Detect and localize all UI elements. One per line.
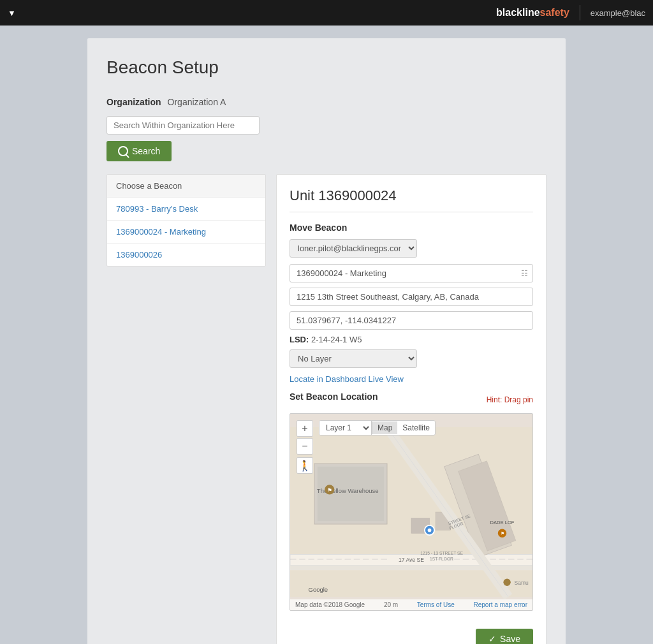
svg-text:⚑: ⚑ xyxy=(327,487,332,494)
zoom-out-button[interactable]: − xyxy=(297,438,313,455)
svg-point-28 xyxy=(503,579,510,586)
map-layer-select[interactable]: Layer 1 No Layer xyxy=(319,421,372,435)
user-email: example@blac xyxy=(591,8,645,18)
lsd-value: 2-14-24-1 W5 xyxy=(311,335,362,344)
main-background: Beacon Setup Organization Organization A… xyxy=(0,26,653,644)
report-map-error-link[interactable]: Report a map error xyxy=(474,601,527,608)
map-layer-control: Layer 1 No Layer Map Satellite xyxy=(319,420,436,435)
address-field[interactable] xyxy=(290,288,533,306)
search-input[interactable] xyxy=(106,116,260,135)
svg-text:17 Ave SE: 17 Ave SE xyxy=(399,557,424,563)
organization-label: Organization xyxy=(106,97,161,107)
save-button-label: Save xyxy=(500,634,520,644)
save-actions: ✓ Save xyxy=(290,620,533,644)
lsd-label: LSD: xyxy=(290,335,309,344)
search-button-label: Search xyxy=(132,146,160,156)
brand-logo: blacklinesafety xyxy=(496,7,569,18)
brand-safety: safety xyxy=(540,7,569,18)
top-navigation-bar: ▼ blacklinesafety example@blac xyxy=(0,0,653,26)
edit-icon[interactable]: ☷ xyxy=(521,269,528,278)
map-footer: Map data ©2018 Google 20 m Terms of Use … xyxy=(290,599,532,610)
terms-of-use-link[interactable]: Terms of Use xyxy=(417,601,455,608)
beacon-list-header: Choose a Beacon xyxy=(107,175,265,198)
save-button[interactable]: ✓ Save xyxy=(476,629,533,644)
map-svg: 17 Ave SE The Yellow Warehouse ⚑ D xyxy=(290,414,532,610)
map-scale: 20 m xyxy=(384,601,398,608)
person-icon-symbol: 🚶 xyxy=(298,460,311,472)
svg-text:1215 - 13 STREET SE: 1215 - 13 STREET SE xyxy=(420,551,463,555)
topbar-right: blacklinesafety example@blac xyxy=(496,5,645,20)
header-divider xyxy=(580,5,580,20)
list-item[interactable]: 1369000024 - Marketing xyxy=(107,221,265,244)
page-card: Beacon Setup Organization Organization A… xyxy=(87,38,566,644)
content-columns: Choose a Beacon 780993 - Barry's Desk 13… xyxy=(106,174,547,644)
set-beacon-location-label: Set Beacon Location xyxy=(290,392,378,402)
svg-text:DADE LOF: DADE LOF xyxy=(490,520,515,525)
map-type-map-button[interactable]: Map xyxy=(372,421,397,434)
layer-select[interactable]: No Layer Layer 1 Layer 2 xyxy=(290,349,417,368)
coordinates-field[interactable] xyxy=(290,311,533,330)
organization-value: Organization A xyxy=(168,97,226,107)
svg-rect-2 xyxy=(290,566,532,571)
unit-detail-panel: Unit 1369000024 Move Beacon loner.pilot@… xyxy=(276,174,547,644)
page-title: Beacon Setup xyxy=(106,57,547,78)
search-icon xyxy=(118,146,128,156)
locate-dashboard-link[interactable]: Locate in Dashboard Live View xyxy=(290,374,533,384)
pegman-icon[interactable]: 🚶 xyxy=(297,457,313,474)
beacon-list-panel: Choose a Beacon 780993 - Barry's Desk 13… xyxy=(106,174,266,267)
search-button[interactable]: Search xyxy=(106,141,172,161)
unit-name-field[interactable] xyxy=(290,264,533,282)
list-item[interactable]: 1369000026 xyxy=(107,244,265,266)
svg-point-18 xyxy=(428,529,432,532)
svg-text:⚑: ⚑ xyxy=(501,531,504,536)
map-type-satellite-button[interactable]: Satellite xyxy=(397,421,435,434)
unit-name-field-container: ☷ xyxy=(290,264,533,282)
unit-title: Unit 1369000024 xyxy=(290,187,533,212)
map-container[interactable]: 17 Ave SE The Yellow Warehouse ⚑ D xyxy=(290,413,533,611)
move-beacon-label: Move Beacon xyxy=(290,223,533,233)
dropdown-arrow-icon[interactable]: ▼ xyxy=(8,8,16,18)
map-data-text: Map data ©2018 Google xyxy=(295,601,365,608)
brand-name: blackline xyxy=(496,7,539,18)
svg-text:Samu: Samu xyxy=(515,580,529,586)
lsd-row: LSD: 2-14-24-1 W5 xyxy=(290,335,533,344)
zoom-in-button[interactable]: + xyxy=(297,420,313,437)
hint-text: Hint: Drag pin xyxy=(487,395,533,404)
organization-row: Organization Organization A xyxy=(106,97,547,107)
nav-dropdown[interactable]: ▼ xyxy=(8,8,16,18)
beacon-location-header: Set Beacon Location Hint: Drag pin xyxy=(290,392,533,408)
save-check-icon: ✓ xyxy=(488,634,496,644)
list-item[interactable]: 780993 - Barry's Desk xyxy=(107,198,265,221)
user-email-select[interactable]: loner.pilot@blacklinegps.com xyxy=(290,239,417,258)
svg-text:1ST FLOOR: 1ST FLOOR xyxy=(430,557,453,561)
map-zoom-controls: + − xyxy=(297,420,313,455)
svg-text:Google: Google xyxy=(309,586,328,593)
